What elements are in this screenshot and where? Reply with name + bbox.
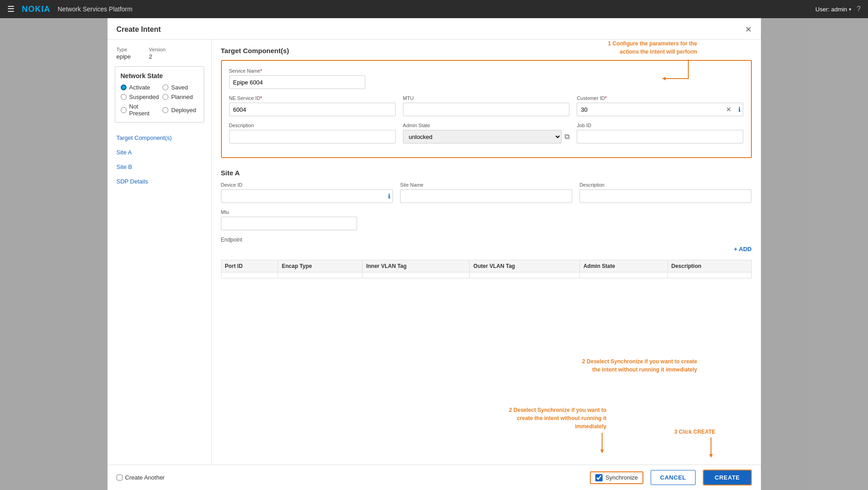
menu-icon[interactable]: ☰ (7, 4, 15, 14)
user-dropdown[interactable]: User: admin ▾ (815, 6, 851, 13)
nokia-logo: NOKIA (22, 5, 50, 14)
app-title: Network Services Platform (58, 5, 132, 13)
topbar-right: User: admin ▾ ? (815, 5, 861, 13)
user-label: User: admin (815, 6, 847, 13)
topbar-left: ☰ NOKIA Network Services Platform (7, 4, 132, 14)
help-icon[interactable]: ? (857, 5, 861, 13)
topbar: ☰ NOKIA Network Services Platform User: … (0, 0, 868, 18)
chevron-down-icon: ▾ (849, 7, 851, 12)
